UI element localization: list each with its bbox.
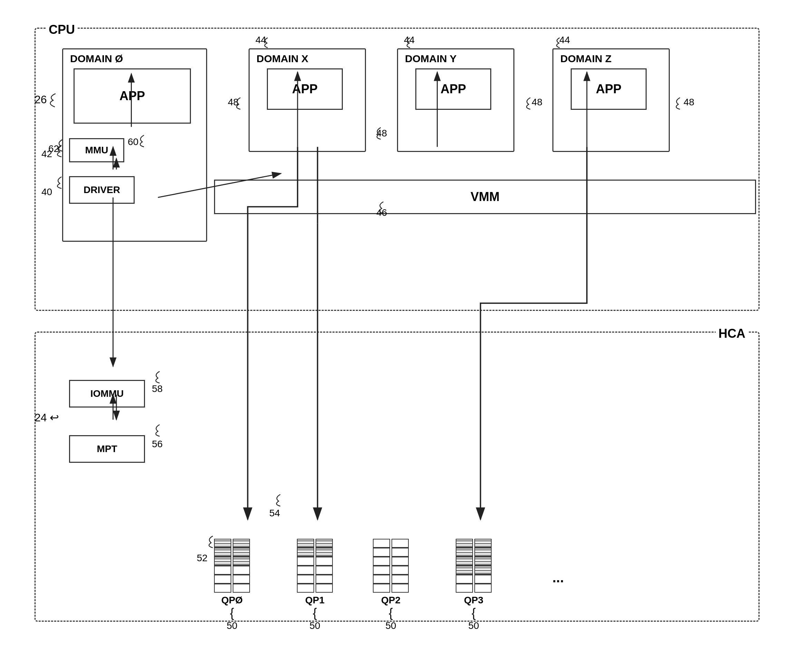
qp0-brace: { (214, 606, 250, 620)
app-label-y: APP (440, 82, 466, 96)
ref-48a: 48 (228, 97, 239, 108)
domain0-label: DOMAIN Ø (70, 53, 123, 65)
ref-60: 60 (128, 136, 138, 148)
qp2-col2 (391, 539, 409, 593)
qp1-ref: 50 (297, 620, 333, 631)
mpt-box: MPT (69, 435, 145, 463)
ref-44c: 44 (559, 35, 570, 46)
app-box-domain0: APP (74, 68, 191, 124)
qp3-col2 (474, 539, 492, 593)
ref-40: 40 (41, 187, 52, 198)
ref-56: 56 (152, 439, 163, 450)
domain-z-label: DOMAIN Z (560, 53, 611, 65)
qp1-group: QP1 { 50 (297, 539, 333, 631)
qp3-ref: 50 (456, 620, 492, 631)
ref-26: 26 (35, 93, 47, 106)
qp1-col1 (297, 539, 314, 593)
app-label-x: APP (292, 82, 318, 96)
domain-z-box: DOMAIN Z APP (552, 48, 670, 152)
domain-x-box: DOMAIN X APP (249, 48, 366, 152)
qp1-col2 (315, 539, 333, 593)
diagram-container: CPU HCA DOMAIN Ø APP DOMAIN X APP DOMAIN… (14, 14, 798, 646)
ref-48c: 48 (532, 97, 542, 108)
qp2-group: QP2 { 50 (373, 539, 409, 631)
driver-label: DRIVER (84, 184, 120, 195)
ref-44a: 44 (255, 35, 266, 46)
qp0-col2 (233, 539, 250, 593)
mmu-label: MMU (85, 145, 108, 156)
qp3-col1 (456, 539, 473, 593)
qp2-col1 (373, 539, 390, 593)
ref-58: 58 (152, 383, 163, 394)
hca-label: HCA (716, 326, 748, 341)
mpt-label: MPT (97, 443, 117, 454)
app-box-x: APP (267, 68, 343, 110)
qp2-label: QP2 (373, 595, 409, 606)
ref-48d: 48 (684, 97, 694, 108)
app-box-z: APP (571, 68, 647, 110)
domain-y-box: DOMAIN Y APP (397, 48, 514, 152)
cpu-label: CPU (46, 22, 78, 37)
ref-44b: 44 (404, 35, 415, 46)
ref-62: 62 (48, 143, 59, 154)
mmu-box: MMU (69, 138, 124, 162)
qp3-label: QP3 (456, 595, 492, 606)
ref-52: 52 (197, 552, 207, 564)
vmm-label: VMM (470, 190, 500, 204)
app-box-y: APP (415, 68, 491, 110)
driver-box: DRIVER (69, 176, 135, 204)
qp3-group: QP3 { 50 (456, 539, 492, 631)
domain-x-label: DOMAIN X (256, 53, 308, 65)
ref-54: 54 (269, 508, 280, 519)
ref-48b: 48 (376, 128, 387, 139)
qp1-brace: { (297, 606, 333, 620)
qp3-brace: { (456, 606, 492, 620)
ellipsis: ... (552, 570, 564, 585)
app-label-domain0: APP (119, 89, 145, 103)
qp1-label: QP1 (297, 595, 333, 606)
qp0-col1 (214, 539, 231, 593)
ref-46: 46 (376, 207, 387, 218)
domain-y-label: DOMAIN Y (405, 53, 456, 65)
ref-24: 24 ↩ (35, 411, 59, 424)
qp0-label: QPØ (214, 595, 250, 606)
qp2-brace: { (373, 606, 409, 620)
app-label-z: APP (596, 82, 621, 96)
qp0-group: QPØ { 50 (214, 539, 250, 631)
vmm-box: VMM (214, 179, 756, 214)
iommu-box: IOMMU (69, 380, 145, 408)
qp0-ref: 50 (214, 620, 250, 631)
qp2-ref: 50 (373, 620, 409, 631)
iommu-label: IOMMU (90, 388, 123, 399)
